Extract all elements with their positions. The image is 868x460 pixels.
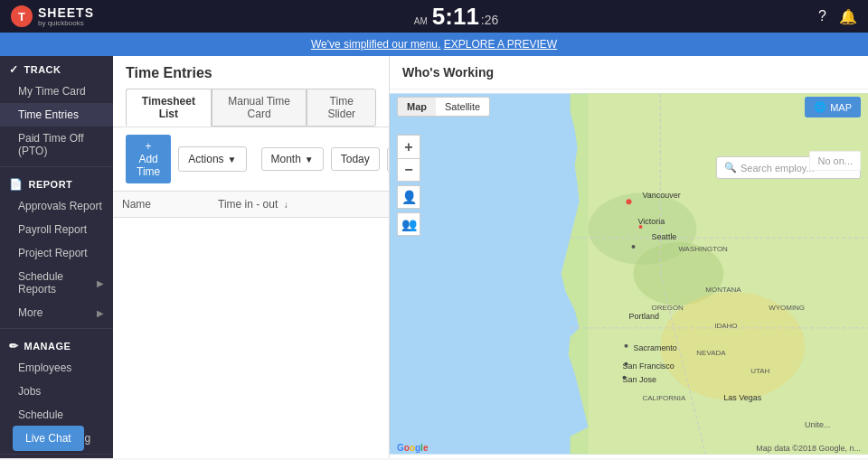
svg-text:UTAH: UTAH	[750, 367, 769, 375]
whos-working-map: Vancouver Victoria Seattle WASHINGTON MO…	[390, 89, 868, 458]
map-globe-icon: 🌐	[814, 101, 826, 113]
sidebar: ✓ TRACK My Time Card Time Entries Paid T…	[0, 56, 113, 458]
google-logo: G o o g l e	[397, 443, 428, 453]
logo-sub: by quickbooks	[38, 20, 94, 27]
main-layout: ✓ TRACK My Time Card Time Entries Paid T…	[0, 56, 868, 458]
sidebar-item-schedule[interactable]: Schedule	[0, 403, 113, 427]
no-one-message: No on...	[809, 151, 861, 171]
tab-time-slider[interactable]: Time Slider	[307, 89, 376, 127]
report-label: REPORT	[29, 179, 73, 190]
zoom-controls: + − 👤 👥	[397, 135, 420, 236]
svg-text:San Jose: San Jose	[623, 375, 656, 384]
content-header: Time Entries Timesheet List Manual Time …	[113, 56, 389, 127]
svg-point-9	[627, 199, 632, 204]
svg-text:Las Vegas: Las Vegas	[723, 393, 761, 402]
banner-link[interactable]: EXPLORE A PREVIEW	[444, 38, 557, 51]
svg-point-12	[625, 344, 628, 348]
time-entries-table-area: Name Time in - out ↓	[113, 192, 389, 458]
banner: We've simplified our menu. EXPLORE A PRE…	[0, 33, 868, 56]
content-area: Time Entries Timesheet List Manual Time …	[113, 56, 389, 458]
sort-icon: ↓	[284, 200, 288, 210]
svg-text:Seattle: Seattle	[651, 232, 676, 241]
manage-section-header: ✏ MANAGE	[0, 333, 113, 356]
top-bar: T SHEETS by quickbooks AM 5:11 :26 ? 🔔	[0, 0, 868, 33]
live-chat-button[interactable]: Live Chat	[13, 426, 84, 451]
logo-icon: T	[11, 5, 33, 27]
tab-manual-time-card[interactable]: Manual Time Card	[212, 89, 307, 127]
search-icon: 🔍	[724, 162, 737, 174]
clock-ampm: AM	[414, 16, 428, 26]
sidebar-item-employees[interactable]: Employees	[0, 356, 113, 380]
track-section-header: ✓ TRACK	[0, 56, 113, 80]
svg-text:CALIFORNIA: CALIFORNIA	[642, 394, 686, 402]
logo-area: T SHEETS by quickbooks	[11, 5, 94, 27]
tab-timesheet-list[interactable]: Timesheet List	[126, 89, 212, 127]
svg-text:MONTANA: MONTANA	[705, 286, 741, 294]
svg-text:WYOMING: WYOMING	[769, 304, 805, 312]
person-zoom-button[interactable]: 👤	[397, 185, 420, 209]
help-icon[interactable]: ?	[818, 8, 826, 24]
zoom-in-button[interactable]: +	[397, 135, 420, 158]
map-satellite-tabs: Map Satellite	[397, 97, 490, 117]
svg-text:San Francisco: San Francisco	[623, 361, 675, 371]
sidebar-item-approvals-report[interactable]: Approvals Report	[0, 194, 113, 218]
sidebar-item-payroll-report[interactable]: Payroll Report	[0, 218, 113, 241]
more-arrow: ▶	[97, 308, 104, 318]
actions-button[interactable]: Actions ▼	[178, 146, 246, 172]
track-icon: ✓	[9, 63, 19, 76]
svg-text:Sacramento: Sacramento	[633, 343, 676, 352]
month-caret: ▼	[305, 155, 314, 164]
clock-display: AM 5:11 :26	[414, 3, 499, 31]
report-section-header: 📄 REPORT	[0, 171, 113, 194]
time-entries-table: Name Time in - out ↓	[113, 192, 389, 218]
schedule-reports-arrow: ▶	[97, 278, 104, 288]
group-zoom-button[interactable]: 👥	[397, 212, 420, 236]
notifications-icon[interactable]: 🔔	[839, 8, 857, 25]
svg-text:Unite...: Unite...	[805, 420, 830, 429]
sidebar-item-jobs[interactable]: Jobs	[0, 380, 113, 403]
track-label: TRACK	[24, 64, 61, 75]
toolbar: + Add Time Actions ▼ Month ▼ Today 📅 ‹ ›…	[113, 127, 389, 192]
svg-text:NEVADA: NEVADA	[696, 349, 726, 357]
satellite-tab[interactable]: Satellite	[436, 98, 489, 116]
top-right-icons: ? 🔔	[818, 8, 857, 25]
svg-text:Vancouver: Vancouver	[642, 191, 680, 200]
search-placeholder: Search employ...	[741, 163, 815, 174]
month-selector[interactable]: Month ▼	[261, 147, 324, 171]
svg-text:OREGON: OREGON	[651, 304, 684, 312]
banner-text: We've simplified our menu.	[311, 38, 440, 51]
tabs-row: Timesheet List Manual Time Card Time Sli…	[126, 89, 376, 127]
zoom-out-button[interactable]: −	[397, 158, 420, 182]
add-time-button[interactable]: + Add Time	[126, 135, 171, 183]
svg-point-11	[631, 245, 635, 249]
sidebar-item-schedule-reports[interactable]: Schedule Reports ▶	[0, 265, 113, 301]
map-credit: Map data ©2018 Google, n...	[756, 444, 861, 453]
map-svg: Vancouver Victoria Seattle WASHINGTON MO…	[390, 89, 868, 458]
sidebar-item-pto[interactable]: Paid Time Off (PTO)	[0, 127, 113, 163]
svg-text:IDAHO: IDAHO	[714, 322, 737, 330]
col-time-in-out[interactable]: Time in - out ↓	[209, 192, 389, 218]
logo-name: SHEETS	[38, 5, 94, 20]
whos-working-panel: Who's Working	[389, 56, 868, 458]
report-icon: 📄	[9, 178, 24, 191]
manage-icon: ✏	[9, 340, 19, 352]
actions-caret: ▼	[228, 155, 237, 164]
sidebar-item-more[interactable]: More ▶	[0, 301, 113, 324]
clock-time: 5:11	[432, 3, 479, 31]
svg-text:Victoria: Victoria	[637, 217, 665, 226]
map-button[interactable]: 🌐 MAP	[805, 97, 861, 117]
page-title: Time Entries	[126, 65, 376, 81]
sidebar-item-project-report[interactable]: Project Report	[0, 241, 113, 265]
col-name: Name	[113, 192, 209, 218]
sidebar-item-time-entries[interactable]: Time Entries	[0, 103, 113, 127]
svg-text:WASHINGTON: WASHINGTON	[678, 245, 728, 253]
today-button[interactable]: Today	[331, 147, 380, 171]
svg-text:Portland: Portland	[629, 312, 659, 321]
map-tab[interactable]: Map	[398, 98, 436, 116]
clock-seconds: :26	[481, 13, 498, 27]
whos-working-title: Who's Working	[390, 56, 868, 89]
manage-label: MANAGE	[24, 341, 71, 352]
sidebar-item-my-time-card[interactable]: My Time Card	[0, 80, 113, 103]
